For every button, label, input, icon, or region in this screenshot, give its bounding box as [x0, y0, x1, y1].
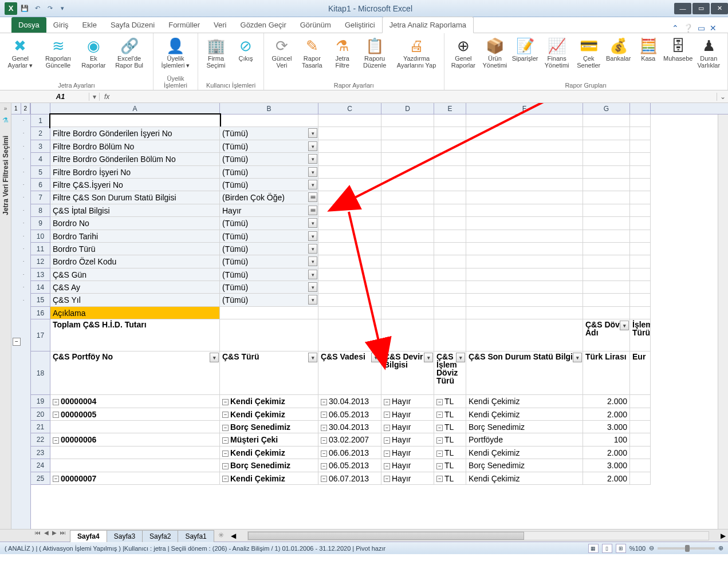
tab-formuller[interactable]: Formüller — [162, 17, 207, 33]
sheet-nav[interactable]: ⏮ ◀ ▶ ⏭ — [31, 530, 70, 542]
filter-dropdown-button[interactable]: ▾ — [210, 353, 219, 362]
collapse-button[interactable]: − — [436, 463, 443, 469]
cell[interactable]: (Tümü)▾ — [220, 140, 318, 153]
cell[interactable] — [381, 179, 434, 191]
tab-gelistirici[interactable]: Geliştirici — [338, 17, 382, 33]
cell[interactable] — [466, 204, 583, 217]
cell[interactable] — [434, 140, 466, 153]
cell[interactable]: Bordro Türü — [50, 243, 220, 255]
cell[interactable]: −30.04.2013 — [318, 395, 381, 408]
zoom-in-button[interactable]: ⊕ — [718, 544, 723, 552]
redo-icon[interactable]: ↷ — [45, 3, 55, 14]
cell[interactable]: −TL — [434, 395, 466, 408]
cell[interactable] — [220, 319, 318, 351]
collapse-button[interactable]: − — [384, 463, 390, 469]
cell[interactable] — [583, 268, 630, 281]
cell[interactable]: Kendi Çekimiz — [466, 472, 583, 485]
cell[interactable] — [318, 307, 381, 319]
cell[interactable] — [583, 255, 630, 268]
cell[interactable] — [630, 472, 651, 485]
row-header[interactable]: 1 — [31, 114, 50, 127]
cell[interactable] — [318, 179, 381, 191]
col-header-C[interactable]: C — [318, 103, 381, 114]
cell[interactable] — [583, 114, 630, 127]
sheet-next-icon[interactable]: ▶ — [50, 530, 58, 542]
formula-bar-expand[interactable]: ⌄ — [717, 93, 728, 101]
pivot-column-header[interactable]: Eur — [630, 351, 651, 395]
cell[interactable] — [381, 319, 434, 351]
cell[interactable] — [318, 166, 381, 179]
cell[interactable]: −Hayır — [381, 421, 434, 433]
row-header[interactable]: 13 — [31, 268, 50, 281]
spreadsheet-grid[interactable]: A B C D E F G 12Filtre Bordro Gönderilen… — [31, 103, 728, 529]
cell[interactable]: 2.000 — [583, 472, 630, 485]
cell[interactable]: Portföyde — [466, 433, 583, 446]
cell[interactable] — [381, 307, 434, 319]
sheet-tab[interactable]: Sayfa3 — [107, 530, 143, 542]
row-header[interactable]: 9 — [31, 217, 50, 230]
cell[interactable] — [583, 307, 630, 319]
filter-dropdown-button[interactable]: ▾ — [620, 321, 629, 330]
sheet-tab[interactable]: Sayfa1 — [178, 530, 214, 542]
cell[interactable]: (Tümü)▾ — [220, 230, 318, 243]
cell[interactable] — [434, 153, 466, 165]
filter-dropdown-button[interactable]: ▾ — [308, 256, 317, 266]
view-page-break-icon[interactable]: ⊞ — [616, 544, 626, 553]
cell[interactable] — [583, 294, 630, 306]
collapse-button[interactable]: − — [384, 451, 390, 457]
cell[interactable] — [381, 127, 434, 140]
maximize-button[interactable]: ▭ — [692, 3, 710, 14]
pivot-column-header[interactable]: Ç&S Türü▾ — [220, 351, 318, 395]
cell[interactable] — [630, 127, 651, 140]
row-header[interactable]: 5 — [31, 166, 50, 179]
ribbon-button[interactable]: ✎Rapor Tasarla — [297, 35, 327, 81]
collapse-button[interactable]: − — [384, 425, 390, 431]
cell[interactable]: −30.04.2013 — [318, 421, 381, 433]
cell[interactable] — [381, 166, 434, 179]
cell[interactable]: Ç&S Yıl — [50, 294, 220, 306]
minimize-ribbon-icon[interactable]: ⌃ — [672, 23, 679, 33]
cell[interactable]: −Borç Senedimiz — [220, 421, 318, 433]
row-header[interactable]: 20 — [31, 408, 50, 421]
collapse-button[interactable]: − — [222, 425, 229, 431]
cell[interactable]: Bordro No — [50, 217, 220, 230]
cell[interactable] — [630, 447, 651, 459]
cell[interactable] — [630, 191, 651, 204]
cell[interactable] — [630, 153, 651, 165]
cell[interactable] — [50, 114, 220, 127]
close-workbook-icon[interactable]: ✕ — [710, 23, 717, 33]
cell[interactable] — [630, 114, 651, 127]
new-sheet-button[interactable]: ✳ — [214, 530, 229, 542]
cell[interactable] — [466, 140, 583, 153]
filter-dropdown-button[interactable]: ▾ — [424, 353, 433, 362]
ribbon-button[interactable]: ♟Duran Varlıklar — [694, 35, 724, 81]
row-header[interactable]: 25 — [31, 472, 50, 485]
cell[interactable]: Filtre Bordro Gönderilen Bölüm No — [50, 153, 220, 165]
cell[interactable] — [381, 153, 434, 165]
name-box-dropdown[interactable]: ▾ — [89, 93, 100, 101]
cell[interactable] — [466, 255, 583, 268]
cell[interactable] — [466, 114, 583, 127]
cell[interactable] — [381, 114, 434, 127]
collapse-button[interactable]: − — [384, 437, 390, 444]
cell[interactable] — [466, 127, 583, 140]
close-button[interactable]: ✕ — [711, 3, 728, 14]
collapse-button[interactable]: − — [53, 412, 59, 418]
row-header[interactable]: 15 — [31, 294, 50, 306]
cell[interactable]: −Borç Senedimiz — [220, 459, 318, 472]
cell[interactable] — [466, 166, 583, 179]
cell[interactable]: (Tümü)▾ — [220, 255, 318, 268]
zoom-out-button[interactable]: ⊖ — [649, 544, 654, 552]
cell[interactable]: −Hayır — [381, 447, 434, 459]
cell[interactable] — [50, 459, 220, 472]
cell[interactable] — [630, 307, 651, 319]
collapse-button[interactable]: − — [222, 476, 229, 482]
collapse-button[interactable]: − — [321, 412, 327, 418]
cell[interactable]: Bordro Özel Kodu — [50, 255, 220, 268]
tab-jetra-analiz[interactable]: Jetra Analiz Raporlama — [382, 17, 474, 33]
cell[interactable] — [434, 114, 466, 127]
filter-dropdown-button[interactable]: ▾ — [308, 353, 317, 362]
collapse-button[interactable]: − — [436, 425, 443, 431]
ribbon-button[interactable]: 📝Siparişler — [511, 35, 540, 81]
ribbon-button[interactable]: 💳Çek Senetler — [574, 35, 603, 81]
